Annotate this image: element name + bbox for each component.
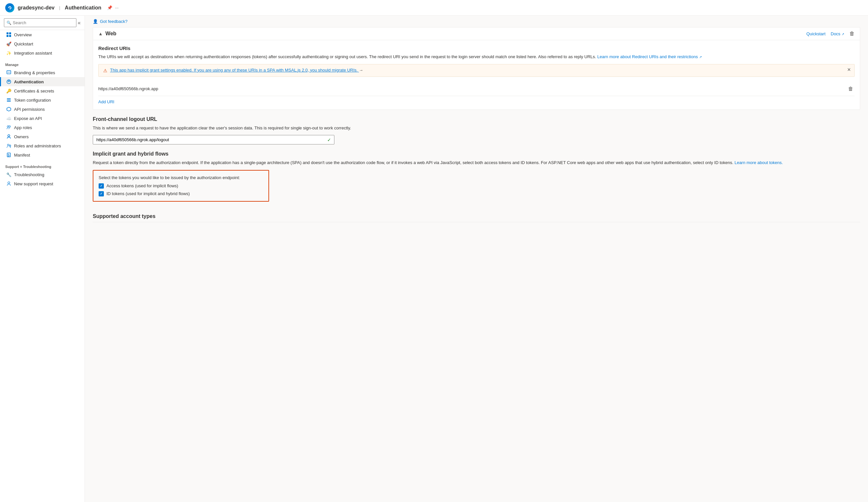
svg-rect-12 [7, 101, 11, 102]
sidebar-item-authentication[interactable]: Authentication [0, 77, 85, 86]
sidebar-label-integration: Integration assistant [14, 51, 52, 56]
sidebar-label-certificates: Certificates & secrets [14, 89, 54, 93]
sidebar-item-new-support[interactable]: New support request [0, 179, 85, 188]
svg-rect-2 [7, 32, 9, 34]
api-permissions-icon [6, 107, 11, 112]
sidebar-label-owners: Owners [14, 134, 29, 139]
sidebar-item-expose-api[interactable]: ☁️ Expose an API [0, 114, 85, 123]
svg-point-14 [9, 126, 10, 128]
uri-row: https://a40df650566b.ngrok.app 🗑 [98, 82, 855, 96]
svg-point-16 [8, 144, 9, 146]
token-config-icon [6, 97, 11, 103]
tokens-box-label: Select the tokens you would like to be i… [99, 175, 263, 180]
svg-rect-5 [9, 35, 11, 37]
certificates-icon: 🔑 [6, 88, 11, 93]
sidebar-label-token-config: Token configuration [14, 98, 51, 103]
implicit-grant-section: Implicit grant and hybrid flows Request … [85, 151, 868, 202]
svg-rect-3 [9, 32, 11, 34]
sidebar-label-branding: Branding & properties [14, 70, 55, 75]
front-channel-desc: This is where we send a request to have … [93, 125, 860, 131]
troubleshooting-icon: 🔧 [6, 172, 11, 177]
svg-rect-20 [8, 155, 10, 155]
svg-rect-10 [7, 98, 11, 99]
sidebar-label-manifest: Manifest [14, 153, 30, 158]
sidebar-label-api-permissions: API permissions [14, 107, 45, 112]
access-tokens-checkbox[interactable] [99, 183, 104, 189]
web-section-body: Redirect URIs The URIs we will accept as… [93, 40, 860, 110]
access-tokens-row: Access tokens (used for implicit flows) [99, 183, 263, 189]
quickstart-link[interactable]: Quickstart [806, 31, 826, 36]
sidebar-item-roles-admin[interactable]: Roles and administrators [0, 141, 85, 150]
learn-more-redirect-link[interactable]: Learn more about Redirect URIs and their… [597, 54, 701, 59]
implicit-grant-title: Implicit grant and hybrid flows [93, 151, 860, 157]
header-separator: | [59, 5, 60, 10]
svg-rect-4 [7, 35, 9, 37]
docs-link[interactable]: Docs ↗ [831, 31, 844, 36]
supported-account-section: Supported account types [85, 208, 868, 222]
svg-rect-11 [7, 100, 11, 100]
svg-point-13 [7, 126, 9, 128]
authentication-icon [6, 79, 11, 84]
integration-icon: ✨ [6, 50, 11, 56]
id-tokens-label: ID tokens (used for implicit and hybrid … [106, 191, 190, 196]
sidebar-item-troubleshooting[interactable]: 🔧 Troubleshooting [0, 170, 85, 179]
web-section-links: Quickstart Docs ↗ 🗑 [806, 31, 855, 37]
manifest-icon [6, 152, 11, 158]
docs-link-text: Docs [831, 31, 840, 36]
web-title-text: Web [105, 31, 116, 37]
sidebar-item-overview[interactable]: Overview [0, 30, 85, 39]
feedback-bar[interactable]: 👤 Got feedback? [85, 16, 868, 27]
svg-point-15 [8, 135, 10, 137]
svg-rect-19 [8, 154, 9, 154]
add-uri-link[interactable]: Add URI [98, 99, 114, 104]
content-area: 👤 Got feedback? ▲ Web Quickstart Docs ↗ … [85, 16, 868, 502]
app-roles-icon [6, 125, 11, 130]
sidebar-item-integration[interactable]: ✨ Integration assistant [0, 48, 85, 58]
id-tokens-checkbox[interactable] [99, 191, 104, 197]
svg-point-22 [8, 182, 10, 184]
svg-point-1 [9, 7, 10, 8]
more-options-icon[interactable]: ··· [115, 5, 118, 10]
search-icon: 🔍 [7, 21, 11, 25]
branding-icon [6, 70, 11, 75]
svg-rect-7 [8, 72, 10, 73]
sidebar-item-owners[interactable]: Owners [0, 132, 85, 141]
warning-banner: ⚠ This app has implicit grant settings e… [98, 64, 855, 77]
access-tokens-label: Access tokens (used for implicit flows) [106, 183, 178, 188]
page-title: Authentication [65, 5, 101, 11]
search-input[interactable] [4, 18, 76, 27]
sidebar-label-roles-admin: Roles and administrators [14, 143, 61, 148]
supported-divider [93, 222, 860, 222]
warning-close-button[interactable]: ✕ [847, 67, 851, 72]
sidebar-label-quickstart: Quickstart [14, 41, 33, 47]
learn-more-tokens-link[interactable]: Learn more about tokens. [734, 160, 783, 165]
learn-more-external-icon: ↗ [699, 55, 702, 59]
tokens-selection-box: Select the tokens you would like to be i… [93, 170, 269, 202]
sidebar-item-token-config[interactable]: Token configuration [0, 96, 85, 104]
pin-icon[interactable]: 📌 [107, 5, 112, 10]
implicit-grant-desc: Request a token directly from the author… [93, 160, 860, 166]
sidebar-item-manifest[interactable]: Manifest [0, 150, 85, 160]
web-section-title: ▲ Web [98, 31, 116, 37]
top-header: gradesync-dev | Authentication 📌 ··· [0, 0, 868, 16]
sidebar-item-branding[interactable]: Branding & properties [0, 68, 85, 77]
sidebar-label-authentication: Authentication [14, 79, 44, 84]
delete-uri-button[interactable]: 🗑 [847, 85, 855, 93]
id-tokens-row: ID tokens (used for implicit and hybrid … [99, 191, 263, 197]
feedback-icon: 👤 [93, 19, 98, 24]
sidebar-label-overview: Overview [14, 32, 32, 37]
sidebar-item-app-roles[interactable]: App roles [0, 123, 85, 132]
warning-link[interactable]: This app has implicit grant settings ena… [110, 68, 359, 72]
logout-url-input[interactable] [93, 135, 334, 144]
delete-web-section-button[interactable]: 🗑 [849, 31, 855, 37]
header-action-icons[interactable]: 📌 ··· [107, 5, 118, 10]
app-name: gradesync-dev [18, 5, 54, 11]
sidebar-item-api-permissions[interactable]: API permissions [0, 104, 85, 114]
front-channel-section: Front-channel logout URL This is where w… [85, 116, 868, 145]
collapse-chevron-icon[interactable]: ▲ [98, 31, 103, 36]
supported-account-title: Supported account types [93, 208, 860, 219]
sidebar-item-quickstart[interactable]: 🚀 Quickstart [0, 39, 85, 48]
sidebar-item-certificates[interactable]: 🔑 Certificates & secrets [0, 86, 85, 96]
collapse-sidebar-button[interactable]: « [78, 20, 81, 26]
manage-section-title: Manage [0, 58, 85, 68]
